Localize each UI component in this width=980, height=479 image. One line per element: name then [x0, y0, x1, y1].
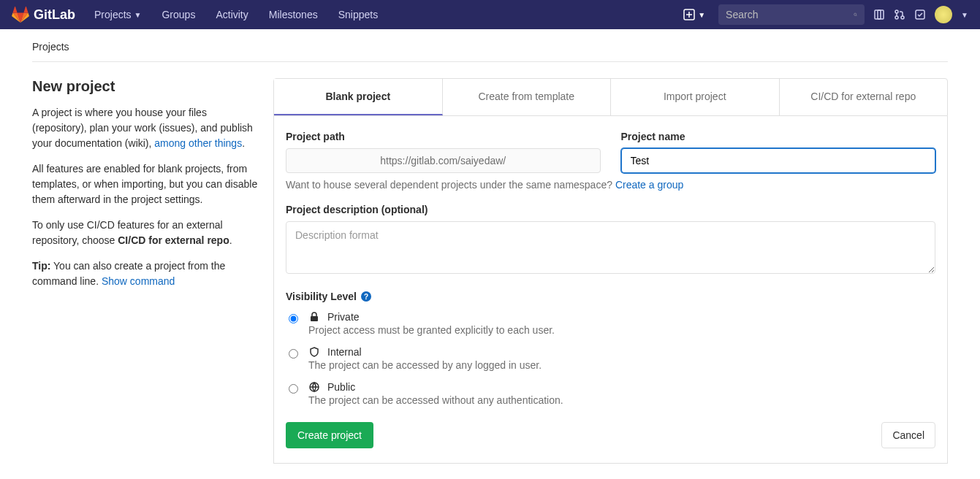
nav-snippets[interactable]: Snippets: [330, 1, 387, 28]
breadcrumb: Projects: [32, 41, 948, 62]
col-project-path: Project path: [286, 131, 601, 173]
search-box[interactable]: [718, 4, 865, 25]
chevron-down-icon: ▼: [134, 11, 142, 19]
plus-square-icon: [683, 9, 695, 20]
sidebar: New project A project is where you house…: [32, 78, 259, 464]
internal-desc: The project can be accessed by any logge…: [308, 359, 935, 371]
visibility-internal[interactable]: Internal The project can be accessed by …: [286, 346, 935, 371]
content: Projects New project A project is where …: [0, 29, 980, 475]
chevron-down-icon: ▼: [698, 11, 705, 19]
navbar: GitLab Projects ▼ Groups Activity Milest…: [0, 0, 980, 29]
tanuki-icon: [12, 6, 29, 23]
user-avatar[interactable]: [935, 6, 952, 23]
public-title: Public: [327, 381, 355, 393]
svg-rect-8: [311, 316, 318, 321]
show-command-link[interactable]: Show command: [102, 275, 175, 287]
svg-point-6: [901, 16, 904, 19]
create-group-link[interactable]: Create a group: [615, 179, 683, 191]
col-project-name: Project name: [621, 131, 936, 173]
nav-activity[interactable]: Activity: [207, 1, 257, 28]
radio-private[interactable]: [289, 314, 298, 323]
tab-create-from-template[interactable]: Create from template: [443, 79, 612, 115]
lock-icon: [308, 311, 320, 323]
tab-import-project[interactable]: Import project: [611, 79, 780, 115]
new-dropdown[interactable]: ▼: [679, 6, 710, 23]
form-actions: Create project Cancel: [286, 422, 935, 448]
visibility-private[interactable]: Private Project access must be granted e…: [286, 311, 935, 336]
svg-point-5: [895, 16, 898, 19]
namespace-hint: Want to house several dependent projects…: [286, 179, 935, 191]
radio-public[interactable]: [289, 384, 298, 394]
navbar-right: ▼ ▼: [679, 4, 968, 25]
issues-icon[interactable]: [873, 9, 885, 20]
visibility-label: Visibility Level ?: [286, 291, 935, 302]
navbar-left: GitLab Projects ▼ Groups Activity Milest…: [12, 1, 387, 28]
nav-groups[interactable]: Groups: [153, 1, 204, 28]
todos-icon[interactable]: [914, 9, 926, 20]
visibility-public[interactable]: Public The project can be accessed witho…: [286, 381, 935, 406]
project-path-input: [286, 148, 601, 173]
gitlab-logo[interactable]: GitLab: [12, 6, 75, 23]
tab-blank-project[interactable]: Blank project: [274, 79, 443, 115]
shield-icon: [308, 346, 320, 358]
search-icon: [854, 9, 857, 20]
sidebar-p2: All features are enabled for blank proje…: [32, 161, 259, 207]
public-desc: The project can be accessed without any …: [308, 394, 935, 406]
radio-internal[interactable]: [289, 349, 298, 359]
sidebar-p4: Tip: You can also create a project from …: [32, 258, 259, 289]
page-title: New project: [32, 78, 259, 95]
brand-text: GitLab: [34, 7, 75, 23]
tab-cicd-external[interactable]: CI/CD for external repo: [780, 79, 948, 115]
project-name-label: Project name: [621, 131, 936, 142]
help-icon[interactable]: ?: [361, 291, 371, 302]
svg-point-1: [854, 13, 856, 15]
search-input[interactable]: [726, 9, 854, 20]
form-row-path-name: Project path Project name: [286, 131, 935, 173]
private-title: Private: [327, 311, 360, 323]
project-name-input[interactable]: [621, 148, 936, 173]
private-desc: Project access must be granted explicitl…: [308, 324, 935, 336]
cancel-button[interactable]: Cancel: [881, 422, 935, 448]
nav-milestones[interactable]: Milestones: [260, 1, 327, 28]
layout: New project A project is where you house…: [32, 78, 948, 464]
merge-requests-icon[interactable]: [894, 9, 905, 20]
create-project-button[interactable]: Create project: [286, 422, 373, 448]
tabs: Blank project Create from template Impor…: [273, 78, 948, 116]
form-area: Project path Project name Want to house …: [273, 116, 948, 464]
sidebar-p3: To only use CI/CD features for an extern…: [32, 218, 259, 248]
globe-icon: [308, 381, 320, 393]
chevron-down-icon: ▼: [961, 11, 968, 19]
main: Blank project Create from template Impor…: [273, 78, 948, 464]
svg-point-4: [895, 10, 898, 13]
among-other-things-link[interactable]: among other things: [154, 137, 242, 149]
internal-title: Internal: [327, 346, 362, 358]
project-path-label: Project path: [286, 131, 601, 142]
description-label: Project description (optional): [286, 204, 935, 215]
nav-projects[interactable]: Projects ▼: [86, 1, 150, 28]
description-textarea[interactable]: [286, 221, 935, 274]
sidebar-p1: A project is where you house your files …: [32, 105, 259, 151]
